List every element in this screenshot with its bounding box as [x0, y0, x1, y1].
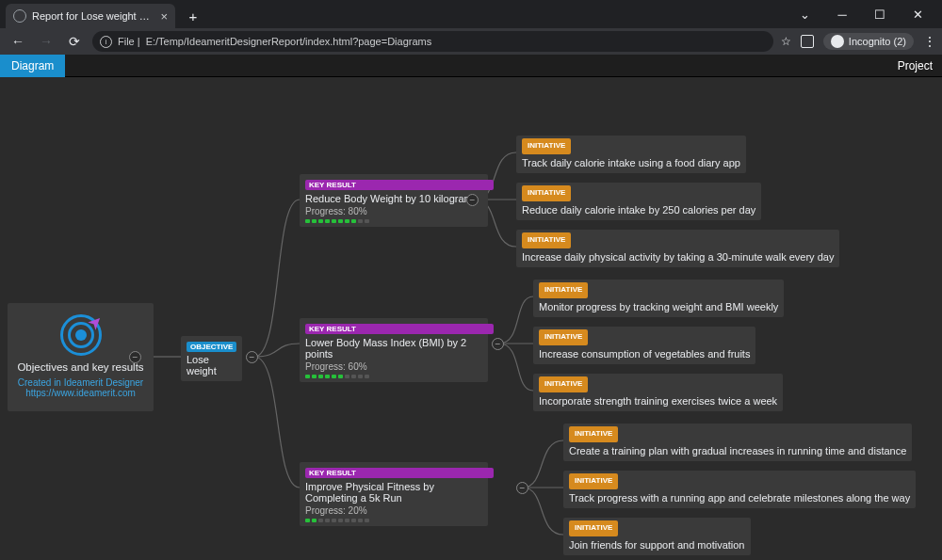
app-header: Diagram Project — [0, 55, 942, 77]
incognito-icon — [831, 35, 844, 48]
browser-tab[interactable]: Report for Lose weight made in × — [6, 4, 175, 28]
initiative-node[interactable]: INITIATIVE Incorporate strength training… — [533, 374, 783, 411]
initiative-title: Reduce daily calorie intake by 250 calor… — [522, 204, 755, 216]
window-controls: ⌄ ─ ☐ ✕ — [786, 1, 936, 27]
key-result-node[interactable]: KEY RESULT Reduce Body Weight by 10 kilo… — [300, 174, 488, 227]
initiative-title: Track daily calorie intake using a food … — [522, 157, 740, 168]
progress-bar — [305, 219, 482, 223]
initiative-node[interactable]: INITIATIVE Track daily calorie intake us… — [516, 136, 746, 173]
browser-tabbar: Report for Lose weight made in × + ⌄ ─ ☐… — [0, 0, 942, 28]
initiative-badge: INITIATIVE — [539, 376, 588, 392]
root-link[interactable]: https://www.ideamerit.com — [13, 388, 148, 398]
initiative-node[interactable]: INITIATIVE Increase consumption of veget… — [533, 327, 755, 364]
diagram-canvas[interactable]: ➤ Objectives and key results Created in … — [0, 77, 942, 560]
collapse-toggle[interactable]: − — [466, 194, 479, 206]
globe-icon — [13, 9, 26, 23]
initiative-title: Track progress with a running app and ce… — [569, 492, 910, 504]
key-result-title: Reduce Body Weight by 10 kilograms — [305, 193, 482, 204]
collapse-toggle[interactable]: − — [492, 338, 504, 350]
tab-diagram[interactable]: Diagram — [0, 55, 65, 77]
close-window-icon[interactable]: ✕ — [899, 1, 936, 27]
initiative-badge: INITIATIVE — [569, 473, 618, 489]
url-bar[interactable]: i File | E:/Temp/IdeameritDesignerReport… — [92, 31, 773, 52]
objective-node[interactable]: OBJECTIVE Lose weight — [181, 336, 242, 381]
progress-label: Progress: 60% — [305, 361, 482, 372]
key-result-title: Lower Body Mass Index (BMI) by 2 points — [305, 337, 482, 360]
initiative-title: Join friends for support and motivation — [569, 539, 745, 551]
root-title: Objectives and key results — [13, 361, 148, 373]
objective-badge: OBJECTIVE — [187, 342, 236, 352]
chevron-down-icon[interactable]: ⌄ — [786, 1, 823, 27]
collapse-toggle[interactable]: − — [129, 351, 141, 363]
incognito-badge[interactable]: Incognito (2) — [823, 33, 914, 50]
key-result-badge: KEY RESULT — [305, 180, 494, 190]
maximize-icon[interactable]: ☐ — [861, 1, 899, 27]
menu-icon[interactable]: ⋮ — [923, 34, 934, 49]
initiative-title: Increase consumption of vegetables and f… — [539, 348, 750, 360]
incognito-label: Incognito (2) — [849, 36, 906, 47]
initiative-badge: INITIATIVE — [522, 138, 571, 154]
initiative-node[interactable]: INITIATIVE Monitor progress by tracking … — [533, 280, 784, 317]
initiative-title: Increase daily physical activity by taki… — [522, 251, 834, 263]
initiative-node[interactable]: INITIATIVE Join friends for support and … — [563, 518, 751, 555]
progress-bar — [305, 375, 482, 378]
forward-button[interactable]: → — [36, 31, 57, 52]
initiative-badge: INITIATIVE — [569, 520, 618, 536]
url-prefix: File | — [118, 36, 140, 47]
initiative-title: Monitor progress by tracking weight and … — [539, 301, 778, 312]
initiative-badge: INITIATIVE — [522, 232, 571, 248]
initiative-title: Create a training plan with gradual incr… — [569, 445, 906, 456]
progress-bar — [305, 519, 482, 522]
initiative-title: Incorporate strength training exercises … — [539, 395, 777, 407]
key-result-node[interactable]: KEY RESULT Improve Physical Fitness by C… — [300, 462, 488, 526]
key-result-node[interactable]: KEY RESULT Lower Body Mass Index (BMI) b… — [300, 318, 488, 382]
initiative-badge: INITIATIVE — [539, 282, 588, 298]
root-subtitle: Created in Ideamerit Designer — [13, 377, 148, 388]
new-tab-button[interactable]: + — [181, 4, 205, 28]
browser-toolbar: ← → ⟳ i File | E:/Temp/IdeameritDesigner… — [0, 28, 942, 55]
url-text: E:/Temp/IdeameritDesignerReport/index.ht… — [146, 36, 432, 47]
tab-title: Report for Lose weight made in — [32, 10, 154, 22]
key-result-badge: KEY RESULT — [305, 468, 494, 478]
progress-label: Progress: 80% — [305, 206, 482, 216]
star-icon[interactable]: ☆ — [781, 35, 791, 48]
collapse-toggle[interactable]: − — [246, 351, 258, 363]
initiative-badge: INITIATIVE — [539, 329, 588, 345]
initiative-badge: INITIATIVE — [522, 185, 571, 201]
initiative-node[interactable]: INITIATIVE Track progress with a running… — [563, 471, 916, 508]
key-result-title: Improve Physical Fitness by Completing a… — [305, 481, 482, 504]
minimize-icon[interactable]: ─ — [823, 1, 861, 27]
initiative-node[interactable]: INITIATIVE Reduce daily calorie intake b… — [516, 183, 761, 220]
back-button[interactable]: ← — [8, 31, 28, 52]
key-result-badge: KEY RESULT — [305, 324, 494, 334]
initiative-node[interactable]: INITIATIVE Create a training plan with g… — [563, 424, 912, 461]
extensions-icon[interactable] — [801, 35, 814, 48]
close-icon[interactable]: × — [160, 9, 168, 24]
objective-title: Lose weight — [187, 354, 236, 376]
tab-project[interactable]: Project — [898, 59, 933, 72]
initiative-node[interactable]: INITIATIVE Increase daily physical activ… — [516, 230, 839, 267]
progress-label: Progress: 20% — [305, 505, 482, 516]
reload-button[interactable]: ⟳ — [64, 31, 85, 52]
target-icon: ➤ — [60, 314, 102, 356]
info-icon: i — [100, 36, 112, 48]
collapse-toggle[interactable]: − — [516, 482, 528, 494]
initiative-badge: INITIATIVE — [569, 426, 618, 442]
